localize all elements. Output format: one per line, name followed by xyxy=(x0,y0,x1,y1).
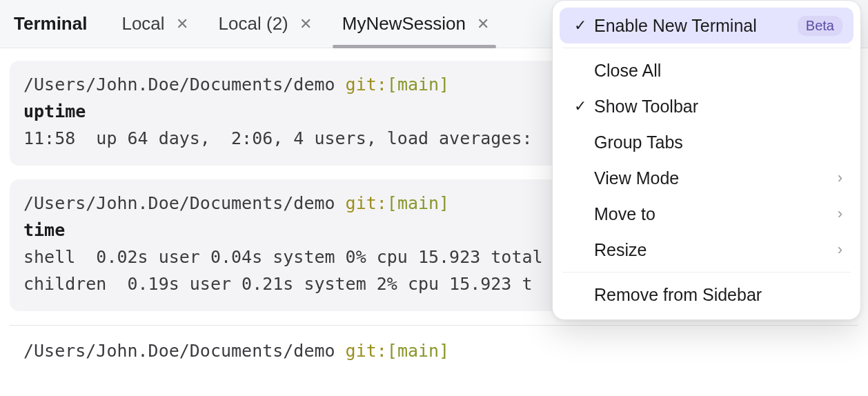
prompt-path: /Users/John.Doe/Documents/demo xyxy=(23,341,335,361)
menu-label: Resize xyxy=(594,240,838,260)
tab-label: MyNewSession xyxy=(342,13,466,34)
menu-show-toolbar[interactable]: ✓ Show Toolbar xyxy=(560,88,854,124)
menu-move-to[interactable]: Move to › xyxy=(560,196,854,232)
menu-resize[interactable]: Resize › xyxy=(560,232,854,268)
prompt-git-label: git: xyxy=(346,193,387,213)
check-icon: ✓ xyxy=(566,97,594,115)
prompt-path: /Users/John.Doe/Documents/demo xyxy=(23,75,335,95)
context-menu: ✓ Enable New Terminal Beta Close All ✓ S… xyxy=(552,0,861,320)
tab-label: Local (2) xyxy=(219,13,288,34)
close-icon[interactable]: ✕ xyxy=(475,15,491,33)
beta-badge: Beta xyxy=(798,16,842,36)
tab-label: Local xyxy=(121,13,164,34)
menu-separator xyxy=(562,48,851,48)
menu-label: Close All xyxy=(594,61,842,81)
command-output: shell 0.02s user 0.04s system 0% cpu 15.… xyxy=(23,247,543,294)
prompt-git-branch: [main] xyxy=(387,75,449,95)
chevron-right-icon: › xyxy=(838,169,842,187)
menu-label: Remove from Sidebar xyxy=(594,285,842,305)
prompt-git-label: git: xyxy=(346,341,387,361)
panel-title: Terminal xyxy=(4,13,105,34)
menu-label: Move to xyxy=(594,204,838,224)
tab-local-2[interactable]: Local (2) ✕ xyxy=(202,0,326,48)
menu-remove-from-sidebar[interactable]: Remove from Sidebar xyxy=(560,277,854,313)
chevron-right-icon: › xyxy=(838,205,842,223)
command-text: uptime xyxy=(23,101,86,121)
chevron-right-icon: › xyxy=(838,241,842,259)
menu-label: View Mode xyxy=(594,168,838,188)
close-icon[interactable]: ✕ xyxy=(175,15,190,33)
check-icon: ✓ xyxy=(566,17,594,34)
menu-enable-new-terminal[interactable]: ✓ Enable New Terminal Beta xyxy=(560,8,854,43)
prompt-git-label: git: xyxy=(346,75,387,95)
prompt-path: /Users/John.Doe/Documents/demo xyxy=(23,193,335,213)
menu-group-tabs[interactable]: Group Tabs xyxy=(560,124,854,160)
menu-view-mode[interactable]: View Mode › xyxy=(560,160,854,196)
tab-local[interactable]: Local ✕ xyxy=(105,0,201,48)
prompt-line[interactable]: /Users/John.Doe/Documents/demo git:[main… xyxy=(10,335,858,379)
close-icon[interactable]: ✕ xyxy=(298,15,313,33)
menu-label: Group Tabs xyxy=(594,132,842,152)
prompt-git-branch: [main] xyxy=(387,341,449,361)
menu-close-all[interactable]: Close All xyxy=(560,52,854,88)
command-text: time xyxy=(23,220,65,240)
prompt-git-branch: [main] xyxy=(387,193,449,213)
menu-label: Enable New Terminal xyxy=(594,16,792,36)
menu-label: Show Toolbar xyxy=(594,97,842,117)
command-output: 11:58 up 64 days, 2:06, 4 users, load av… xyxy=(23,128,533,148)
divider xyxy=(10,325,858,326)
tab-mynewsession[interactable]: MyNewSession ✕ xyxy=(326,0,503,48)
menu-separator xyxy=(562,272,851,273)
